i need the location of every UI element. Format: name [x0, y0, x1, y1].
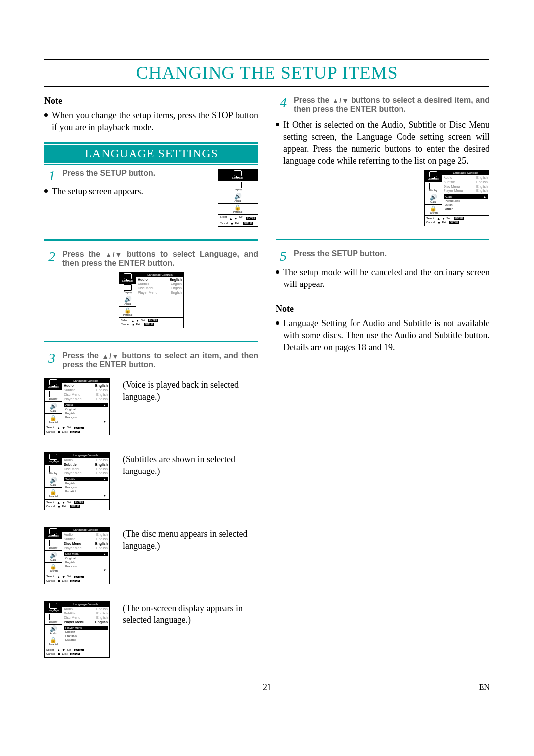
footer-code: 1A29 — [475, 692, 490, 693]
page-number: – 21 – — [256, 682, 278, 693]
note-bullet: When you change the setup items, press t… — [44, 109, 258, 134]
note-heading-2: Note — [276, 304, 490, 314]
audio-submenu-row: Language Display 🔊Audio 🔒Parental Langua… — [44, 378, 258, 436]
audio-desc: (Voice is played back in selected langua… — [123, 378, 258, 403]
osd-audio-submenu: Language Display 🔊Audio 🔒Parental Langua… — [44, 378, 110, 436]
step-text: Press the SETUP button. — [294, 249, 490, 258]
step-text: Press the ▲/▼ buttons to select Language… — [62, 250, 258, 268]
step-number: 4 — [276, 96, 287, 110]
step-number: 3 — [44, 351, 55, 365]
separator — [44, 341, 258, 344]
osd-setup-sidebar: Language Display 🔊Audio 🔒Parental Select… — [218, 169, 258, 227]
left-column: Note When you change the setup items, pr… — [44, 96, 258, 662]
step5-result-text: The setup mode will be canceled and the … — [283, 266, 490, 290]
bullet-icon — [44, 113, 48, 117]
osd-side-parental: Parental — [233, 211, 243, 213]
step-text: Press the SETUP button. — [62, 169, 209, 178]
step1-result: The setup screen appears. — [44, 186, 209, 197]
discmenu-desc: (The disc menu appears in selected langu… — [123, 527, 258, 552]
note-heading: Note — [44, 96, 258, 106]
note2-text: Language Setting for Audio and Subtitle … — [283, 317, 490, 353]
osd-side-audio: Audio — [235, 200, 241, 202]
playermenu-submenu-row: Language Display 🔊Audio 🔒Parental Langua… — [44, 601, 258, 658]
osd-language-list: Language Display 🔊Audio 🔒Parental Langua… — [119, 272, 184, 328]
bullet-icon — [276, 270, 279, 274]
step-number: 2 — [44, 250, 55, 264]
subtitle-desc: (Subtitles are shown in selected languag… — [123, 452, 258, 477]
step-1: 1 Press the SETUP button. — [44, 169, 209, 183]
right-column: 4 Press the ▲/▼ buttons to select a desi… — [276, 96, 490, 662]
note2-bullet: Language Setting for Audio and Subtitle … — [276, 317, 490, 353]
section-header: LANGUAGE SETTINGS — [44, 145, 258, 163]
osd-subtitle-submenu: Language Display 🔊Audio 🔒Parental Langua… — [44, 452, 110, 510]
bullet-icon — [276, 123, 279, 126]
step-number: 1 — [44, 169, 55, 183]
separator — [44, 239, 258, 243]
step-4: 4 Press the ▲/▼ buttons to select a desi… — [276, 96, 490, 114]
discmenu-submenu-row: Language Display 🔊Audio 🔒Parental Langua… — [44, 527, 258, 585]
up-down-arrows-icon: ▲/▼ — [105, 251, 122, 258]
footer-en: EN — [475, 682, 490, 692]
step5-result: The setup mode will be canceled and the … — [276, 266, 490, 290]
step4-result-text: If Other is selected on the Audio, Subti… — [283, 119, 490, 167]
note-text: When you change the setup items, press t… — [52, 109, 258, 134]
osd-discmenu-submenu: Language Display 🔊Audio 🔒Parental Langua… — [44, 527, 110, 585]
osd-side-display: Display — [234, 189, 242, 191]
step4-result: If Other is selected on the Audio, Subti… — [276, 119, 490, 167]
subtitle-submenu-row: Language Display 🔊Audio 🔒Parental Langua… — [44, 452, 258, 510]
osd-other-submenu: Language Display 🔊Audio 🔒Parental Langua… — [424, 170, 490, 226]
step-text: Press the ▲/▼ buttons to select a desire… — [294, 96, 490, 114]
step-3: 3 Press the ▲/▼ buttons to select an ite… — [44, 351, 258, 369]
bullet-icon — [44, 189, 48, 193]
step-5: 5 Press the SETUP button. — [276, 249, 490, 263]
step1-result-text: The setup screen appears. — [52, 186, 143, 197]
step-number: 5 — [276, 249, 287, 263]
step-2: 2 Press the ▲/▼ buttons to select Langua… — [44, 250, 258, 268]
separator — [276, 239, 490, 242]
page-footer: – 21 – EN 1A29 — [44, 682, 490, 693]
playermenu-desc: (The on-screen display appears in select… — [123, 601, 258, 626]
step-text: Press the ▲/▼ buttons to select an item,… — [62, 351, 258, 369]
page-title: CHANGING THE SETUP ITEMS — [136, 63, 398, 83]
section-header-wrap: LANGUAGE SETTINGS — [44, 142, 258, 165]
bullet-icon — [276, 321, 279, 325]
osd-playermenu-submenu: Language Display 🔊Audio 🔒Parental Langua… — [44, 601, 110, 658]
up-down-arrows-icon: ▲/▼ — [102, 353, 119, 360]
page-title-bar: CHANGING THE SETUP ITEMS — [44, 59, 490, 87]
up-down-arrows-icon: ▲/▼ — [332, 97, 349, 104]
